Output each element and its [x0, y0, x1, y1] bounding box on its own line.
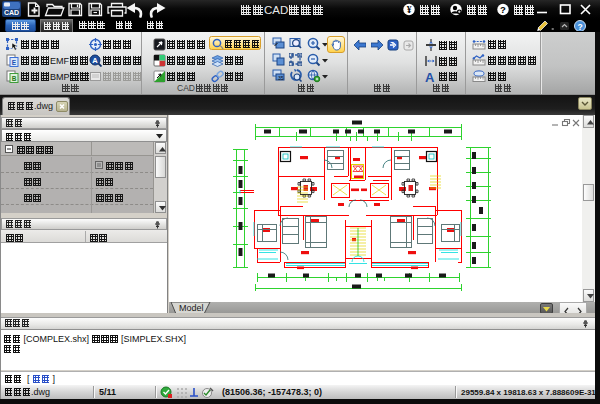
svg-text:A: A	[92, 56, 98, 65]
svg-text:?: ?	[577, 22, 582, 32]
svg-text:¥: ¥	[407, 5, 412, 15]
svg-text:B: B	[12, 75, 17, 82]
svg-text:?: ?	[500, 4, 506, 15]
svg-text:35: 35	[278, 75, 284, 81]
svg-text:E: E	[12, 59, 17, 66]
svg-text:CAD: CAD	[4, 9, 19, 16]
